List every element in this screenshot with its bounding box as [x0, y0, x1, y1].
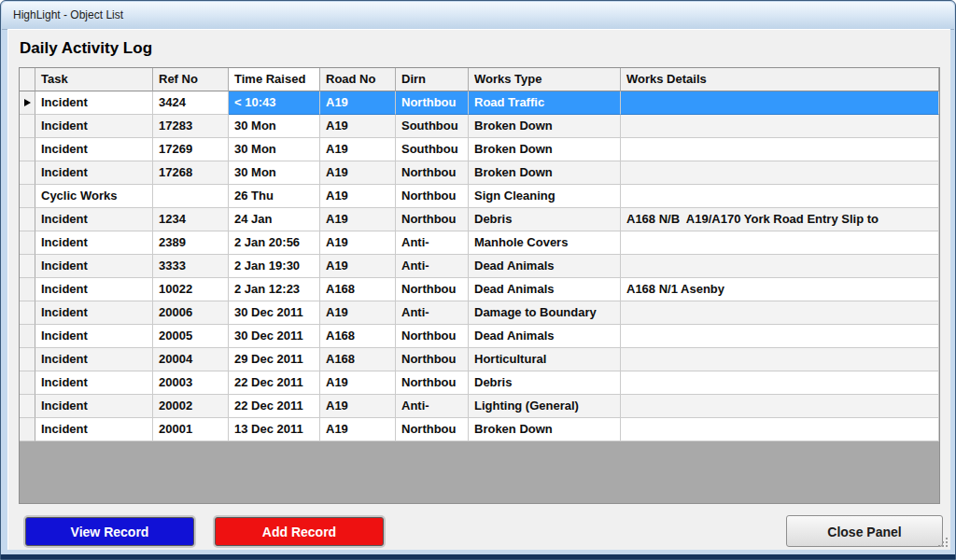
cell-time-raised: 2 Jan 20:56 [229, 231, 320, 255]
table-row[interactable]: Incident 10022 2 Jan 12:23 A168 Northbou… [20, 278, 939, 301]
cell-works-details [621, 161, 939, 185]
cell-works-type: Broken Down [469, 138, 621, 161]
cell-road-no: A19 [320, 115, 396, 138]
cell-works-details: A168 N/1 Asenby [621, 278, 939, 301]
cell-ref-no: 20005 [153, 325, 229, 348]
table-row[interactable]: Incident 20004 29 Dec 2011 A168 Northbou… [20, 348, 939, 371]
cell-dirn: Northbou [396, 325, 469, 348]
cell-dirn: Northbou [396, 208, 469, 231]
row-selector-cell [20, 115, 35, 138]
cell-dirn: Northbou [396, 161, 469, 185]
cell-works-details: A168 N/B A19/A170 York Road Entry Slip t… [621, 208, 939, 231]
view-record-button[interactable]: View Record [25, 517, 194, 546]
column-header-works-details[interactable]: Works Details [621, 68, 939, 91]
cell-works-details [621, 231, 939, 255]
table-row[interactable]: Cyclic Works 26 Thu A19 Northbou Sign Cl… [20, 185, 939, 208]
cell-task: Cyclic Works [35, 185, 153, 208]
cell-ref-no: 20006 [153, 301, 229, 325]
cell-ref-no: 17283 [153, 115, 229, 138]
cell-time-raised: 2 Jan 12:23 [229, 278, 320, 301]
column-header-time-raised[interactable]: Time Raised [229, 68, 320, 91]
cell-works-details [621, 115, 939, 138]
table-row[interactable]: Incident 2389 2 Jan 20:56 A19 Anti- Manh… [20, 231, 939, 255]
row-selector-cell [20, 418, 35, 441]
cell-works-type: Sign Cleaning [469, 185, 621, 208]
cell-task: Incident [35, 301, 153, 325]
cell-works-details [621, 418, 939, 441]
cell-dirn: Anti- [396, 255, 469, 278]
daily-activity-grid: Task Ref No Time Raised Road No Dirn Wor… [19, 67, 940, 504]
window-title: HighLight - Object List [13, 8, 123, 21]
window-titlebar[interactable]: HighLight - Object List [2, 2, 954, 30]
table-row[interactable]: Incident 17269 30 Mon A19 Southbou Broke… [20, 138, 939, 161]
current-row-arrow-icon [24, 99, 31, 106]
cell-dirn: Northbou [396, 278, 469, 301]
cell-road-no: A19 [320, 185, 396, 208]
row-selector-cell [20, 161, 35, 185]
table-row[interactable]: Incident 20002 22 Dec 2011 A19 Anti- Lig… [20, 395, 939, 418]
cell-works-details [621, 348, 939, 371]
cell-works-type: Dead Animals [469, 255, 621, 278]
close-panel-button[interactable]: Close Panel [786, 515, 943, 547]
cell-road-no: A19 [320, 395, 396, 418]
cell-time-raised: 30 Dec 2011 [229, 301, 320, 325]
row-selector-cell [20, 208, 35, 231]
cell-road-no: A19 [320, 91, 396, 115]
column-header-works-type[interactable]: Works Type [469, 68, 621, 91]
cell-task: Incident [35, 208, 153, 231]
cell-works-type: Manhole Covers [469, 231, 621, 255]
cell-ref-no: 10022 [153, 278, 229, 301]
row-selector-cell [20, 301, 35, 325]
table-row[interactable]: Incident 3424 < 10:43 A19 Northbou Road … [20, 91, 939, 115]
cell-ref-no: 17268 [153, 161, 229, 185]
cell-time-raised: 30 Dec 2011 [229, 325, 320, 348]
add-record-button[interactable]: Add Record [215, 517, 384, 546]
table-row[interactable]: Incident 20005 30 Dec 2011 A168 Northbou… [20, 325, 939, 348]
cell-works-type: Dead Animals [469, 325, 621, 348]
row-selector-cell [20, 231, 35, 255]
row-selector-cell [20, 325, 35, 348]
cell-time-raised: < 10:43 [229, 91, 320, 115]
cell-task: Incident [35, 115, 153, 138]
row-selector-cell [20, 91, 35, 115]
table-row[interactable]: Incident 3333 2 Jan 19:30 A19 Anti- Dead… [20, 255, 939, 278]
table-row[interactable]: Incident 17268 30 Mon A19 Northbou Broke… [20, 161, 939, 185]
cell-dirn: Anti- [396, 301, 469, 325]
cell-ref-no: 3424 [153, 91, 229, 115]
cell-task: Incident [35, 91, 153, 115]
header-selector-cell [20, 68, 35, 91]
column-header-dirn[interactable]: Dirn [396, 68, 469, 91]
cell-dirn: Southbou [396, 138, 469, 161]
cell-time-raised: 13 Dec 2011 [229, 418, 320, 441]
resize-grip-icon[interactable] [938, 538, 948, 547]
cell-task: Incident [35, 395, 153, 418]
cell-works-type: Broken Down [469, 418, 621, 441]
row-selector-cell [20, 138, 35, 161]
cell-works-type: Debris [469, 371, 621, 395]
cell-road-no: A19 [320, 208, 396, 231]
cell-ref-no: 20002 [153, 395, 229, 418]
column-header-ref-no[interactable]: Ref No [153, 68, 229, 91]
table-row[interactable]: Incident 1234 24 Jan A19 Northbou Debris… [20, 208, 939, 231]
table-row[interactable]: Incident 20003 22 Dec 2011 A19 Northbou … [20, 371, 939, 395]
cell-works-details [621, 325, 939, 348]
cell-time-raised: 26 Thu [229, 185, 320, 208]
table-row[interactable]: Incident 20006 30 Dec 2011 A19 Anti- Dam… [20, 301, 939, 325]
cell-ref-no: 17269 [153, 138, 229, 161]
column-header-task[interactable]: Task [35, 68, 153, 91]
column-header-road-no[interactable]: Road No [320, 68, 396, 91]
cell-dirn: Anti- [396, 395, 469, 418]
cell-ref-no: 20003 [153, 371, 229, 395]
cell-time-raised: 24 Jan [229, 208, 320, 231]
cell-task: Incident [35, 231, 153, 255]
table-row[interactable]: Incident 17283 30 Mon A19 Southbou Broke… [20, 115, 939, 138]
cell-time-raised: 22 Dec 2011 [229, 395, 320, 418]
cell-dirn: Northbou [396, 418, 469, 441]
cell-road-no: A168 [320, 348, 396, 371]
row-selector-cell [20, 255, 35, 278]
cell-road-no: A19 [320, 161, 396, 185]
cell-task: Incident [35, 278, 153, 301]
cell-works-type: Dead Animals [469, 278, 621, 301]
cell-road-no: A19 [320, 255, 396, 278]
table-row[interactable]: Incident 20001 13 Dec 2011 A19 Northbou … [20, 418, 939, 441]
